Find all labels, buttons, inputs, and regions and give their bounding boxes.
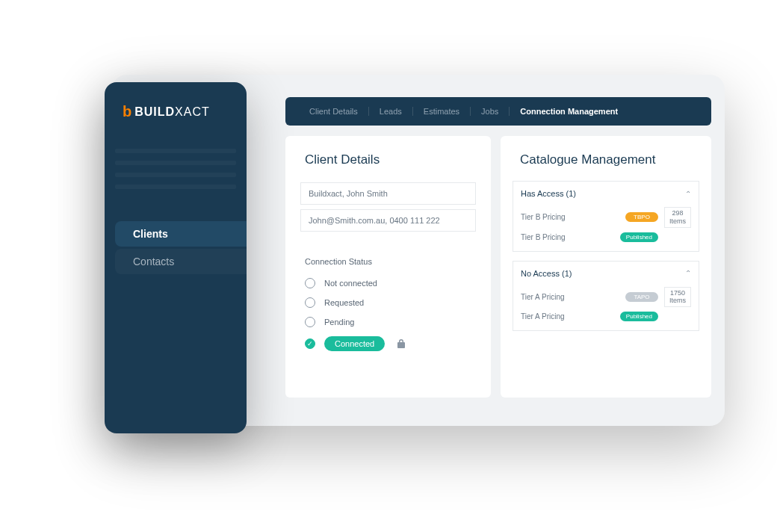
- connection-status-label: Connection Status: [285, 236, 491, 273]
- chevron-up-icon: ⌃: [685, 269, 691, 277]
- badge-tbpo: TBPO: [625, 212, 658, 222]
- status-label: Pending: [324, 318, 354, 327]
- connection-status-list: Not connected Requested Pending Connecte…: [285, 273, 491, 356]
- logo-text: BUILDXACT: [134, 105, 210, 119]
- status-not-connected[interactable]: Not connected: [305, 273, 471, 293]
- badge-published: Published: [620, 312, 658, 321]
- catalogue-name: Tier B Pricing: [521, 233, 614, 241]
- tab-estimates[interactable]: Estimates: [413, 107, 471, 116]
- accordion-header-has-access[interactable]: Has Access (1) ⌃: [513, 185, 699, 204]
- client-name-field[interactable]: Buildxact, John Smith: [300, 182, 476, 205]
- radio-checked-icon: [305, 338, 315, 349]
- accordion-has-access: Has Access (1) ⌃ Tier B Pricing TBPO 298…: [513, 181, 699, 252]
- item-count-box: 298 Items: [664, 207, 691, 228]
- client-contact-field[interactable]: John@Smith.com.au, 0400 111 222: [300, 209, 476, 232]
- sidebar-item-clients[interactable]: Clients: [115, 221, 247, 247]
- tab-jobs[interactable]: Jobs: [471, 107, 510, 116]
- status-requested[interactable]: Requested: [305, 293, 471, 312]
- chevron-up-icon: ⌃: [685, 190, 691, 198]
- accordion-label: Has Access (1): [521, 189, 576, 198]
- status-connected[interactable]: Connected: [305, 332, 471, 356]
- catalogue-row: Tier B Pricing TBPO 298 Items: [513, 204, 699, 231]
- radio-icon: [305, 317, 315, 327]
- tab-connection-management[interactable]: Connection Management: [510, 107, 628, 116]
- status-label: Requested: [324, 298, 364, 307]
- catalogue-management-panel: Catalogue Management Has Access (1) ⌃ Ti…: [501, 136, 711, 398]
- accordion-label: No Access (1): [521, 269, 572, 278]
- sidebar-placeholder-bars: [105, 135, 247, 219]
- catalogue-name: Tier A Pricing: [521, 312, 614, 321]
- catalogue-title: Catalogue Management: [501, 136, 711, 178]
- catalogue-name: Tier A Pricing: [521, 293, 619, 301]
- catalogue-row: Tier A Pricing TAPO 1750 Items: [513, 284, 699, 311]
- tabbar: Client Details Leads Estimates Jobs Conn…: [285, 97, 711, 126]
- badge-published: Published: [620, 232, 658, 242]
- status-pending[interactable]: Pending: [305, 312, 471, 332]
- sidebar: b BUILDXACT Clients Contacts: [105, 82, 247, 433]
- radio-icon: [305, 297, 315, 308]
- logo-icon: b: [123, 103, 131, 120]
- radio-icon: [305, 278, 315, 288]
- sidebar-item-contacts[interactable]: Contacts: [115, 249, 247, 274]
- catalogue-name: Tier B Pricing: [521, 213, 619, 221]
- tab-client-details[interactable]: Client Details: [299, 107, 369, 116]
- accordion-no-access: No Access (1) ⌃ Tier A Pricing TAPO 1750…: [513, 261, 699, 332]
- catalogue-row: Tier B Pricing Published: [513, 229, 699, 245]
- logo: b BUILDXACT: [105, 103, 247, 135]
- badge-tapo: TAPO: [625, 292, 658, 302]
- connected-chip: Connected: [324, 336, 385, 351]
- lock-icon: [397, 338, 406, 349]
- tab-leads[interactable]: Leads: [369, 107, 413, 116]
- client-details-panel: Client Details Buildxact, John Smith Joh…: [285, 136, 491, 398]
- catalogue-row: Tier A Pricing Published: [513, 309, 699, 324]
- status-label: Not connected: [324, 279, 377, 288]
- client-details-title: Client Details: [285, 136, 491, 178]
- accordion-header-no-access[interactable]: No Access (1) ⌃: [513, 265, 699, 284]
- item-count-box: 1750 Items: [664, 287, 691, 308]
